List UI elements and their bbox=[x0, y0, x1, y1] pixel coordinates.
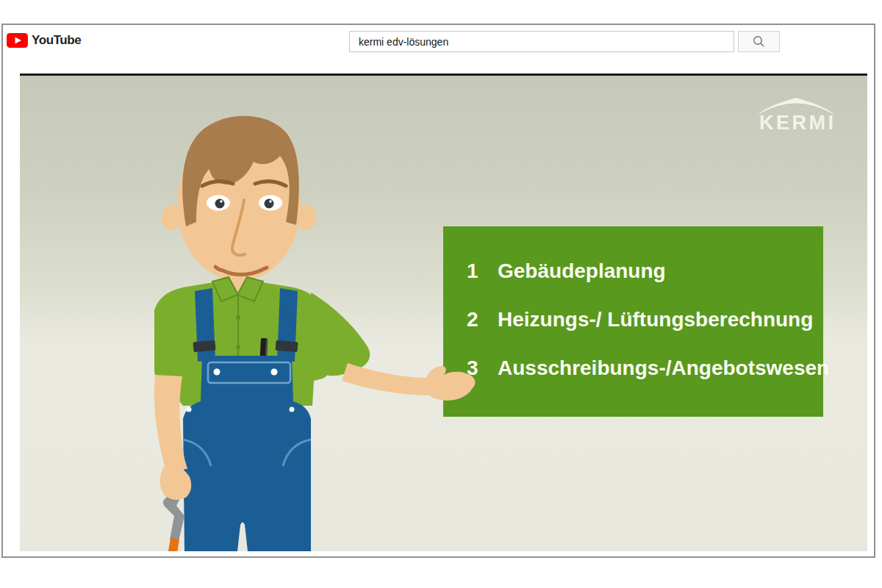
strap-clasp-right bbox=[275, 340, 298, 353]
list-item-label: Gebäudeplanung bbox=[498, 259, 666, 283]
pen bbox=[259, 338, 268, 368]
youtube-play-icon bbox=[7, 33, 28, 48]
eye-highlight-right bbox=[269, 200, 272, 203]
strap-clasp-left bbox=[193, 340, 215, 353]
character-pupil-left bbox=[215, 199, 225, 209]
shirt-button bbox=[236, 374, 240, 379]
eye-highlight-left bbox=[220, 200, 223, 203]
character-nose bbox=[232, 200, 245, 255]
rivet-right bbox=[290, 407, 295, 412]
character-collar-right bbox=[237, 277, 263, 301]
wrench-handle-grip bbox=[168, 538, 179, 551]
pipe-wrench bbox=[163, 492, 184, 541]
search-input[interactable] bbox=[349, 31, 734, 52]
character-eyebrow-right bbox=[255, 182, 286, 186]
list-item: 3 Ausschreibungs-/Angebotswesen bbox=[467, 344, 816, 392]
list-item-label: Ausschreibungs-/Angebotswesen bbox=[498, 356, 829, 380]
rivet-left bbox=[187, 407, 192, 412]
search-button[interactable] bbox=[738, 31, 780, 52]
character-collar-left bbox=[212, 277, 238, 301]
kermi-watermark-text: KERMI bbox=[759, 112, 834, 134]
overalls-strap-left bbox=[195, 288, 215, 362]
list-item-number: 2 bbox=[467, 308, 498, 331]
character-shirt-sleeve-right bbox=[311, 293, 370, 376]
magnifier-icon bbox=[753, 35, 765, 48]
bib-pocket bbox=[208, 362, 290, 383]
shirt-button bbox=[236, 315, 240, 320]
shirt-button bbox=[236, 345, 240, 349]
character-arm-left bbox=[154, 375, 187, 472]
character-face bbox=[177, 131, 301, 281]
video-player[interactable]: 1 Gebäudeplanung 2 Heizungs-/ Lüftungsbe… bbox=[20, 74, 867, 551]
character-neck bbox=[223, 259, 255, 297]
character-shirt bbox=[154, 279, 329, 406]
search-bar bbox=[349, 31, 780, 52]
character-hair bbox=[182, 116, 299, 226]
character-mouth bbox=[215, 267, 267, 275]
list-item: 2 Heizungs-/ Lüftungsberechnung bbox=[467, 295, 816, 344]
character-pupil-right bbox=[265, 199, 274, 209]
character-ear-left bbox=[162, 205, 181, 230]
character-eye-left bbox=[207, 196, 230, 211]
list-item-number: 1 bbox=[467, 259, 498, 283]
hip-pocket-right bbox=[283, 440, 311, 466]
character-eye-right bbox=[259, 196, 282, 211]
pocket-button-right bbox=[271, 369, 278, 376]
pocket-button-left bbox=[214, 369, 220, 376]
list-item: 1 Gebäudeplanung bbox=[467, 247, 816, 295]
video-top-edge bbox=[20, 74, 867, 76]
youtube-wordmark: YouTube bbox=[32, 33, 81, 48]
list-item-label: Heizungs-/ Lüftungsberechnung bbox=[498, 308, 813, 331]
hip-pocket-left bbox=[183, 440, 211, 466]
overalls-body bbox=[183, 356, 311, 551]
character-hand-left bbox=[160, 466, 192, 500]
kermi-watermark-logo: KERMI bbox=[758, 98, 834, 134]
topics-panel: 1 Gebäudeplanung 2 Heizungs-/ Lüftungsbe… bbox=[443, 226, 823, 417]
character-eyebrow-left bbox=[202, 182, 233, 186]
character-ear-right bbox=[297, 205, 316, 230]
character-arm-right bbox=[342, 363, 430, 395]
youtube-logo[interactable]: YouTube bbox=[7, 33, 81, 48]
list-item-number: 3 bbox=[467, 356, 498, 380]
overalls-strap-right bbox=[277, 288, 298, 362]
